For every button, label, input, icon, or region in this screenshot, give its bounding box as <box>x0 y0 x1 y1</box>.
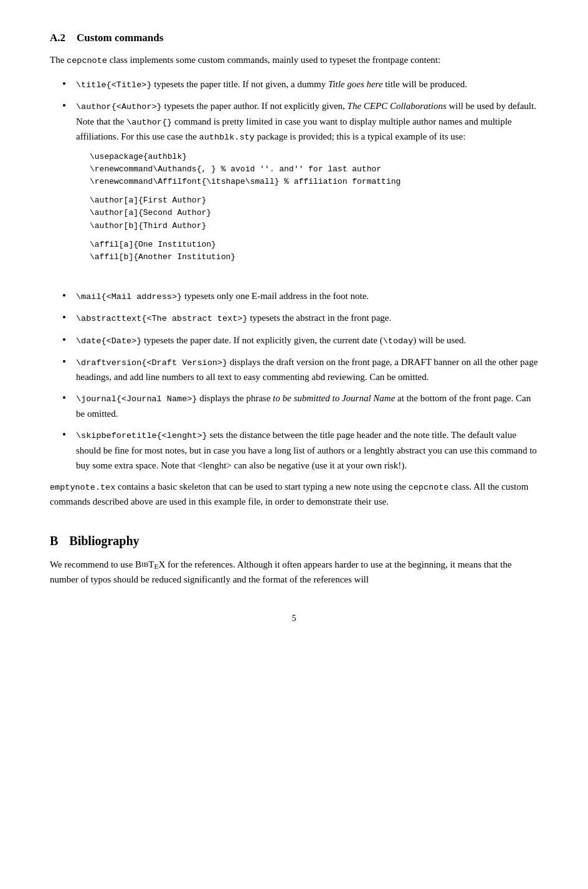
section-b-heading: BBibliography <box>50 531 538 551</box>
draftversion-command: \draftversion{<Draft Version>} <box>76 358 227 368</box>
section-a2-num: A.2 <box>50 32 65 44</box>
title-italic: Title goes here <box>328 79 383 89</box>
bullet-dot-5: • <box>62 331 74 348</box>
skipbeforetitle-command: \skipbeforetitle{<lenght>} <box>76 431 207 440</box>
journal-command: \journal{<Journal Name>} <box>76 394 197 404</box>
bullet-dot-1: • <box>62 75 74 92</box>
bibliography-paragraph: We recommend to use BIBTEX for the refer… <box>50 557 538 587</box>
cepcnote-code: cepcnote <box>67 56 107 65</box>
authblk-sty: authblk.sty <box>199 133 255 142</box>
bullet-dot-8: • <box>62 426 74 443</box>
today-command: \today <box>383 336 414 346</box>
section-a2-title: Custom commands <box>77 32 163 44</box>
intro-paragraph: The cepcnote class implements some custo… <box>50 52 538 68</box>
author-empty-command: \author{} <box>126 118 172 127</box>
bullet-content-6: \draftversion{<Draft Version>} displays … <box>76 354 538 385</box>
list-item-mail: • \mail{<Mail address>} typesets only on… <box>62 288 538 304</box>
list-item-journal: • \journal{<Journal Name>} displays the … <box>62 391 538 421</box>
list-item-author: • \author{<Author>} typesets the paper a… <box>62 98 538 282</box>
author-command: \author{<Author>} <box>76 102 162 112</box>
code-block-affil: \affil[a]{One Institution} \affil[b]{Ano… <box>90 239 538 276</box>
list-item-title: • \title{<Title>} typesets the paper tit… <box>62 77 538 92</box>
bullet-dot-7: • <box>62 389 74 406</box>
bullet-dot-4: • <box>62 309 74 326</box>
cepcnote-class: cepcnote <box>409 483 449 492</box>
list-item-draftversion: • \draftversion{<Draft Version>} display… <box>62 354 538 385</box>
page-number: 5 <box>50 612 538 625</box>
section-a2-heading: A.2Custom commands <box>50 30 538 46</box>
bullet-dot-2: • <box>62 97 74 114</box>
section-b-title: Bibliography <box>69 534 139 548</box>
code-block-authors: \author[a]{First Author} \author[a]{Seco… <box>90 194 538 232</box>
bibtex-logo: BIBTEX <box>135 559 165 569</box>
bottom-paragraph: emptynote.tex contains a basic skeleton … <box>50 479 538 510</box>
intro-text: class implements some custom commands, m… <box>110 55 441 65</box>
title-command: \title{<Title>} <box>76 80 152 90</box>
emptynote-tex: emptynote.tex <box>50 483 115 492</box>
bullet-list: • \title{<Title>} typesets the paper tit… <box>62 77 538 473</box>
mail-command: \mail{<Mail address>} <box>76 292 182 302</box>
cepc-collab-italic: The CEPC Collaborations <box>348 101 447 111</box>
bullet-content-5: \date{<Date>} typesets the paper date. I… <box>76 333 538 348</box>
bullet-dot-6: • <box>62 353 74 370</box>
bullet-content-3: \mail{<Mail address>} typesets only one … <box>76 288 538 304</box>
section-b-num: B <box>50 534 58 548</box>
bullet-content-4: \abstracttext{<The abstract text>} types… <box>76 310 538 326</box>
journal-italic: to be submitted to Journal Name <box>273 393 395 403</box>
list-item-skipbeforetitle: • \skipbeforetitle{<lenght>} sets the di… <box>62 427 538 473</box>
bullet-content-1: \title{<Title>} typesets the paper title… <box>76 77 538 92</box>
bullet-dot-3: • <box>62 287 74 304</box>
list-item-abstracttext: • \abstracttext{<The abstract text>} typ… <box>62 310 538 326</box>
code-block-authblk: \usepackage{authblk} \renewcommand\Autha… <box>90 151 538 188</box>
abstracttext-command: \abstracttext{<The abstract text>} <box>76 314 247 323</box>
date-command: \date{<Date>} <box>76 336 141 346</box>
bullet-content-2: \author{<Author>} typesets the paper aut… <box>76 98 538 282</box>
bullet-content-8: \skipbeforetitle{<lenght>} sets the dist… <box>76 427 538 473</box>
bullet-content-7: \journal{<Journal Name>} displays the ph… <box>76 391 538 421</box>
list-item-date: • \date{<Date>} typesets the paper date.… <box>62 333 538 348</box>
